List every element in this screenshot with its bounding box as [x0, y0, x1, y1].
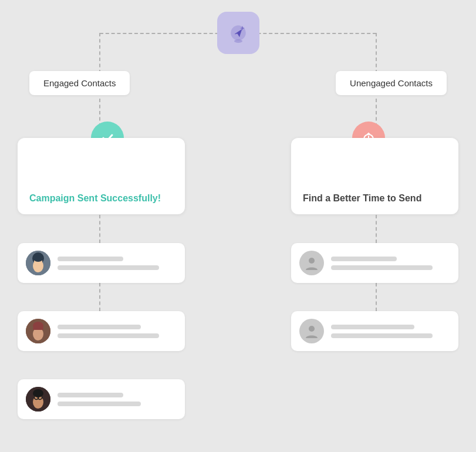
avatar-left-3: [26, 387, 50, 411]
connector-v-left3: [99, 215, 100, 243]
contact-card-right-1: [291, 243, 458, 283]
avatar-left-2: [26, 319, 50, 343]
campaign-sent-prefix: Campaign Sent: [29, 193, 100, 203]
contact-line: [58, 265, 159, 270]
find-better-time-title: Find a Better Time to Send: [303, 193, 421, 204]
contact-card-left-1: [18, 243, 185, 283]
svg-point-24: [309, 258, 315, 264]
connector-v-left4: [99, 283, 100, 311]
contact-line: [58, 325, 141, 329]
top-icon: [217, 12, 259, 54]
avatar-left-1: [26, 251, 50, 275]
svg-point-23: [33, 389, 43, 397]
connector-h-left: [100, 33, 236, 34]
campaign-sent-title: Campaign Sent Successfully!: [29, 193, 161, 204]
contact-lines-left-1: [58, 257, 177, 270]
unengaged-contacts-text: Unengaged Contacts: [350, 78, 433, 88]
contact-card-right-2: [291, 311, 458, 351]
unengaged-contacts-label: Unengaged Contacts: [336, 71, 447, 95]
engaged-contacts-label: Engaged Contacts: [29, 71, 130, 95]
contact-line: [331, 265, 433, 270]
contact-line: [58, 333, 159, 338]
avatar-right-2: [299, 319, 324, 343]
contact-line: [58, 402, 141, 406]
contact-lines-right-2: [331, 325, 450, 338]
connector-h-right: [240, 33, 376, 34]
campaign-sent-highlight: Successfully!: [100, 193, 161, 203]
contact-line: [58, 393, 123, 397]
contact-lines-left-2: [58, 325, 177, 338]
svg-point-25: [309, 326, 315, 332]
canvas: Engaged Contacts Unengaged Contacts Camp…: [0, 0, 476, 452]
campaign-sent-card: Campaign Sent Successfully!: [18, 138, 185, 214]
contact-card-left-2: [18, 311, 185, 351]
contact-line: [331, 257, 397, 261]
connector-v-right3: [376, 215, 377, 243]
svg-rect-16: [33, 328, 43, 330]
contact-lines-left-3: [58, 393, 177, 406]
contact-line: [331, 325, 414, 329]
svg-point-11: [33, 254, 43, 262]
contact-line: [331, 333, 433, 338]
avatar-right-1: [299, 251, 324, 275]
contact-card-left-3: [18, 379, 185, 419]
engaged-contacts-text: Engaged Contacts: [43, 78, 116, 88]
contact-line: [58, 257, 123, 261]
find-better-time-card: Find a Better Time to Send: [291, 138, 458, 214]
connector-v-right4: [376, 283, 377, 311]
contact-lines-right-1: [331, 257, 450, 270]
